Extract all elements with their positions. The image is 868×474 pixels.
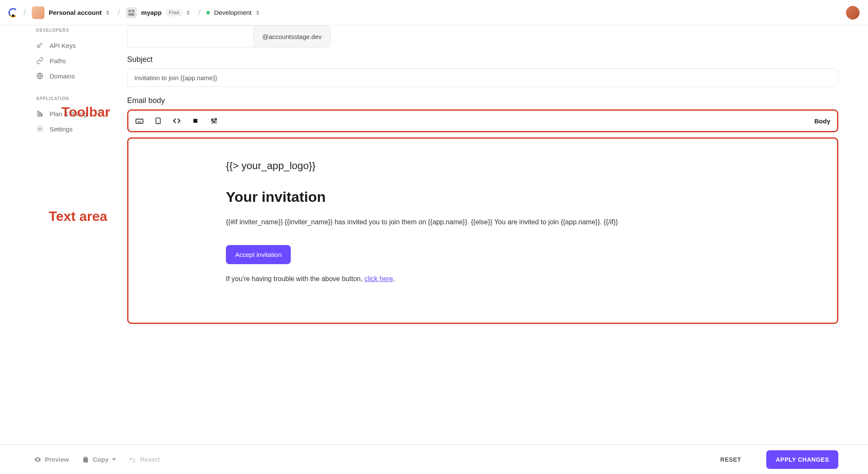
sidebar-item-label: Domains [50, 72, 75, 80]
accept-invitation-button[interactable]: Accept invitation [226, 245, 291, 264]
preview-label: Preview [45, 456, 69, 463]
topbar: / Personal account / myapp Free / Develo… [0, 0, 868, 25]
eye-icon [34, 456, 42, 463]
undo-icon [129, 456, 136, 463]
account-avatar [32, 6, 45, 19]
app-icon [126, 7, 137, 18]
editor-textarea[interactable]: {{> your_app_logo}} Your invitation {{#i… [127, 137, 838, 324]
sidebar-item-settings[interactable]: Settings [36, 121, 119, 137]
email-domain-suffix: @accountsstage.dev [253, 26, 330, 47]
billing-icon [36, 110, 44, 117]
svg-point-10 [214, 121, 215, 123]
chevron-down-icon [112, 458, 116, 460]
copy-label: Copy [93, 456, 109, 463]
svg-point-5 [39, 128, 41, 130]
tablet-icon[interactable] [154, 117, 162, 125]
revert-label: Revert [140, 456, 160, 463]
sidebar-item-api-keys[interactable]: API Keys [36, 38, 119, 53]
chevron-updown-icon[interactable] [106, 9, 112, 17]
svg-rect-4 [42, 114, 42, 116]
key-icon [36, 42, 44, 49]
reset-button[interactable]: RESET [720, 456, 741, 463]
breadcrumb-separator: / [118, 8, 120, 17]
from-email-field: @accountsstage.dev [127, 25, 331, 47]
plan-badge: Free [166, 9, 182, 17]
svg-point-9 [211, 119, 213, 120]
toolbar-mode-label[interactable]: Body [815, 117, 831, 125]
account-switcher[interactable]: Personal account [32, 6, 112, 19]
subject-label: Subject [127, 55, 838, 64]
sidebar-group-header: APPLICATION [36, 96, 119, 101]
copy-button[interactable]: Copy [82, 456, 117, 463]
from-email-input[interactable] [128, 26, 253, 47]
sidebar-item-label: Settings [50, 125, 72, 133]
email-body-label: Email body [127, 96, 838, 105]
sidebar-item-paths[interactable]: Paths [36, 53, 119, 68]
svg-rect-2 [38, 111, 39, 116]
trouble-link[interactable]: click here [364, 275, 393, 282]
globe-icon [36, 72, 44, 80]
email-heading: Your invitation [226, 189, 769, 205]
stop-icon[interactable] [191, 117, 200, 125]
svg-rect-3 [39, 112, 41, 116]
content-area: @accountsstage.dev Subject Email body To… [127, 25, 868, 444]
brand-logo[interactable] [8, 8, 18, 17]
chevron-updown-icon[interactable] [186, 9, 192, 17]
editor-toolbar: Body [127, 109, 838, 132]
user-avatar[interactable] [846, 6, 860, 20]
svg-rect-8 [193, 119, 197, 123]
trouble-prefix: If you're having trouble with the above … [226, 275, 364, 282]
app-switcher[interactable]: myapp Free [126, 7, 192, 18]
sidebar-item-domains[interactable]: Domains [36, 68, 119, 84]
sidebar-group-header: DEVELOPERS [36, 28, 119, 33]
apply-changes-button[interactable]: APPLY CHANGES [766, 450, 838, 469]
sidebar-item-label: Plan & Billing [50, 110, 87, 117]
status-dot-icon [206, 11, 210, 14]
breadcrumb-separator: / [198, 8, 200, 17]
sidebar: DEVELOPERS API Keys Paths Domains APPLIC… [0, 25, 127, 444]
revert-button[interactable]: Revert [129, 456, 160, 463]
svg-point-0 [37, 45, 40, 47]
link-icon [36, 57, 44, 64]
email-paragraph: {{#if inviter_name}} {{inviter_name}} ha… [226, 217, 769, 227]
preview-button[interactable]: Preview [34, 456, 69, 463]
breadcrumb-separator: / [24, 8, 26, 17]
footer-bar: Preview Copy Revert RESET APPLY CHANGES [0, 444, 868, 474]
clipboard-icon [82, 456, 89, 463]
sliders-icon[interactable] [210, 117, 218, 125]
app-name: myapp [141, 9, 161, 16]
svg-point-11 [215, 119, 217, 120]
gear-icon [36, 125, 44, 133]
code-icon[interactable] [172, 117, 181, 125]
svg-rect-6 [136, 119, 143, 123]
email-logo-placeholder: {{> your_app_logo}} [226, 160, 769, 172]
trouble-suffix: . [393, 275, 395, 282]
account-label: Personal account [49, 9, 102, 16]
keyboard-icon[interactable] [135, 117, 144, 125]
env-label: Development [214, 9, 251, 16]
sidebar-item-plan-billing[interactable]: Plan & Billing [36, 106, 119, 121]
chevron-updown-icon[interactable] [256, 9, 262, 17]
sidebar-item-label: Paths [50, 57, 66, 64]
sidebar-item-label: API Keys [50, 42, 76, 49]
env-switcher[interactable]: Development [206, 9, 262, 17]
subject-input[interactable] [127, 68, 838, 87]
email-trouble-text: If you're having trouble with the above … [226, 275, 769, 283]
